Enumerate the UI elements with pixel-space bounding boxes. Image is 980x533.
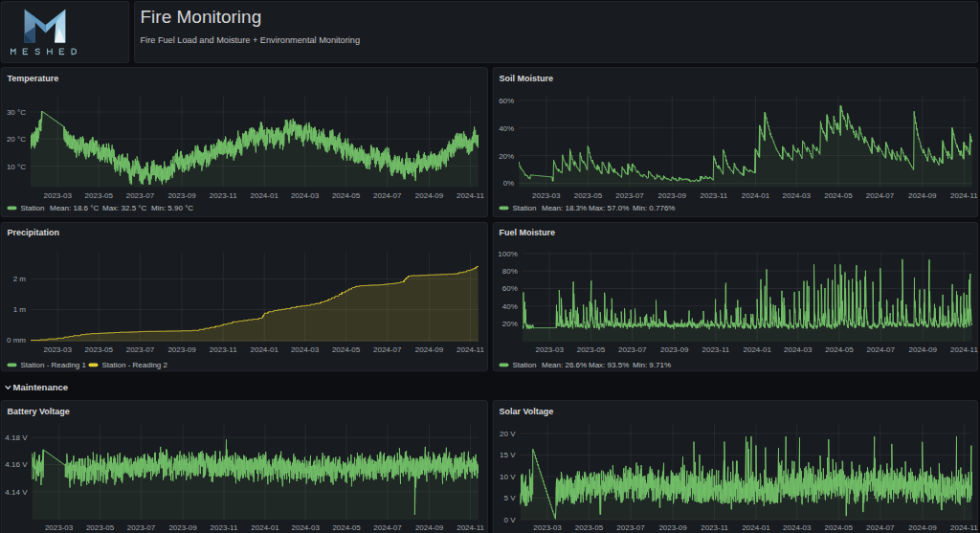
svg-text:2023-07: 2023-07 <box>127 523 156 532</box>
svg-text:2024-09: 2024-09 <box>415 523 444 532</box>
svg-text:2023-03: 2023-03 <box>532 191 561 200</box>
svg-text:2023-11: 2023-11 <box>210 191 237 200</box>
svg-text:2023-11: 2023-11 <box>211 523 238 532</box>
svg-text:2023-11: 2023-11 <box>701 523 728 532</box>
svg-text:2024-11: 2024-11 <box>457 523 484 532</box>
svg-text:Max: 93.5%: Max: 93.5% <box>589 361 629 369</box>
svg-text:Max: 57.0%: Max: 57.0% <box>589 204 629 212</box>
svg-text:2024-01: 2024-01 <box>742 523 770 532</box>
svg-text:2023-07: 2023-07 <box>616 523 645 532</box>
svg-text:2024-11: 2024-11 <box>457 345 484 354</box>
svg-text:2024-05: 2024-05 <box>332 191 361 200</box>
svg-text:2024-07: 2024-07 <box>867 345 896 354</box>
svg-text:2023-11: 2023-11 <box>210 345 237 354</box>
svg-text:Fire Fuel Load and Moisture +: Fire Fuel Load and Moisture + Environmen… <box>141 35 361 45</box>
svg-text:15 V: 15 V <box>500 451 516 459</box>
svg-text:2023-07: 2023-07 <box>615 191 644 200</box>
svg-text:2024-11: 2024-11 <box>950 523 978 532</box>
svg-text:2023-09: 2023-09 <box>660 345 689 354</box>
svg-text:2023-09: 2023-09 <box>168 523 197 532</box>
svg-text:2023-09: 2023-09 <box>167 191 196 200</box>
svg-text:2023-05: 2023-05 <box>85 345 114 354</box>
svg-text:30 °C: 30 °C <box>7 108 26 117</box>
svg-text:2023-03: 2023-03 <box>44 345 73 354</box>
svg-text:Temperature: Temperature <box>8 74 59 83</box>
svg-text:2024-01: 2024-01 <box>251 523 279 532</box>
svg-text:40%: 40% <box>502 302 518 311</box>
svg-text:2023-03: 2023-03 <box>45 523 74 532</box>
svg-text:0%: 0% <box>503 179 515 188</box>
svg-text:Mean: 18.3%: Mean: 18.3% <box>542 204 587 212</box>
svg-text:2024-05: 2024-05 <box>824 191 853 200</box>
svg-text:2023-05: 2023-05 <box>86 523 115 532</box>
svg-text:2023-07: 2023-07 <box>126 345 155 354</box>
svg-text:2023-05: 2023-05 <box>85 191 114 200</box>
svg-text:2024-05: 2024-05 <box>332 345 361 354</box>
svg-text:2024-11: 2024-11 <box>457 191 484 200</box>
svg-text:60%: 60% <box>499 97 514 105</box>
svg-text:2024-03: 2024-03 <box>783 523 812 532</box>
svg-text:2024-03: 2024-03 <box>783 191 812 200</box>
svg-text:2024-03: 2024-03 <box>291 345 320 354</box>
svg-text:10 °C: 10 °C <box>7 163 26 171</box>
svg-text:2024-07: 2024-07 <box>866 523 895 532</box>
svg-text:1 m: 1 m <box>13 305 27 314</box>
svg-text:2024-09: 2024-09 <box>415 345 444 354</box>
svg-text:20 V: 20 V <box>500 430 516 438</box>
svg-text:2024-03: 2024-03 <box>292 523 321 532</box>
svg-text:2024-05: 2024-05 <box>825 523 854 532</box>
svg-text:2024-07: 2024-07 <box>373 523 402 532</box>
svg-text:4.14 V: 4.14 V <box>5 488 28 497</box>
svg-text:2024-01: 2024-01 <box>744 345 772 354</box>
svg-text:20 °C: 20 °C <box>7 135 26 144</box>
svg-text:20%: 20% <box>499 152 514 161</box>
svg-text:Station: Station <box>21 204 45 212</box>
svg-text:2023-03: 2023-03 <box>536 345 565 354</box>
svg-text:2024-01: 2024-01 <box>742 191 770 200</box>
svg-text:Station: Station <box>513 204 537 212</box>
svg-text:2023-07: 2023-07 <box>126 191 155 200</box>
svg-text:2023-05: 2023-05 <box>574 191 603 200</box>
svg-text:Fuel Moisture: Fuel Moisture <box>500 228 556 237</box>
svg-text:2023-05: 2023-05 <box>577 345 606 354</box>
svg-text:5 V: 5 V <box>503 494 516 502</box>
svg-text:2023-09: 2023-09 <box>167 345 196 354</box>
svg-text:2023-09: 2023-09 <box>658 523 687 532</box>
svg-text:2023-09: 2023-09 <box>658 191 687 200</box>
svg-text:Min: 5.90 °C: Min: 5.90 °C <box>151 204 193 212</box>
svg-text:Fire Monitoring: Fire Monitoring <box>141 7 262 27</box>
svg-text:2024-07: 2024-07 <box>373 345 402 354</box>
svg-text:2023-11: 2023-11 <box>702 345 730 354</box>
svg-text:Mean: 18.6 °C: Mean: 18.6 °C <box>50 204 99 212</box>
svg-text:2024-01: 2024-01 <box>251 191 279 200</box>
svg-text:2024-03: 2024-03 <box>784 345 813 354</box>
svg-text:Station - Reading 2: Station - Reading 2 <box>102 361 168 369</box>
svg-text:2024-09: 2024-09 <box>908 523 937 532</box>
svg-text:2023-03: 2023-03 <box>44 191 73 200</box>
svg-text:2024-05: 2024-05 <box>332 523 361 532</box>
svg-text:2023-11: 2023-11 <box>701 191 728 200</box>
svg-text:Max: 32.5 °C: Max: 32.5 °C <box>102 204 147 212</box>
svg-text:Precipitation: Precipitation <box>8 228 60 237</box>
svg-text:2024-07: 2024-07 <box>866 191 895 200</box>
svg-text:2024-09: 2024-09 <box>415 191 444 200</box>
svg-text:2024-07: 2024-07 <box>373 191 402 200</box>
svg-text:4.16 V: 4.16 V <box>5 460 28 469</box>
svg-text:2023-05: 2023-05 <box>575 523 604 532</box>
svg-text:2024-01: 2024-01 <box>251 345 279 354</box>
svg-text:2024-03: 2024-03 <box>291 191 320 200</box>
svg-text:60%: 60% <box>502 284 518 293</box>
svg-text:2024-09: 2024-09 <box>908 191 937 200</box>
svg-text:0 V: 0 V <box>503 516 516 524</box>
svg-text:Maintenance: Maintenance <box>13 382 69 392</box>
svg-text:0 mm: 0 mm <box>7 336 26 344</box>
svg-text:Station: Station <box>513 361 537 369</box>
svg-text:Mean: 26.6%: Mean: 26.6% <box>542 361 587 369</box>
svg-text:2024-11: 2024-11 <box>950 345 978 354</box>
svg-text:2023-07: 2023-07 <box>618 345 647 354</box>
svg-text:10 V: 10 V <box>500 473 516 481</box>
svg-text:Min: 9.71%: Min: 9.71% <box>633 361 671 369</box>
svg-text:20%: 20% <box>502 320 518 328</box>
svg-text:40%: 40% <box>499 124 514 133</box>
svg-text:Station - Reading 1: Station - Reading 1 <box>21 361 87 369</box>
